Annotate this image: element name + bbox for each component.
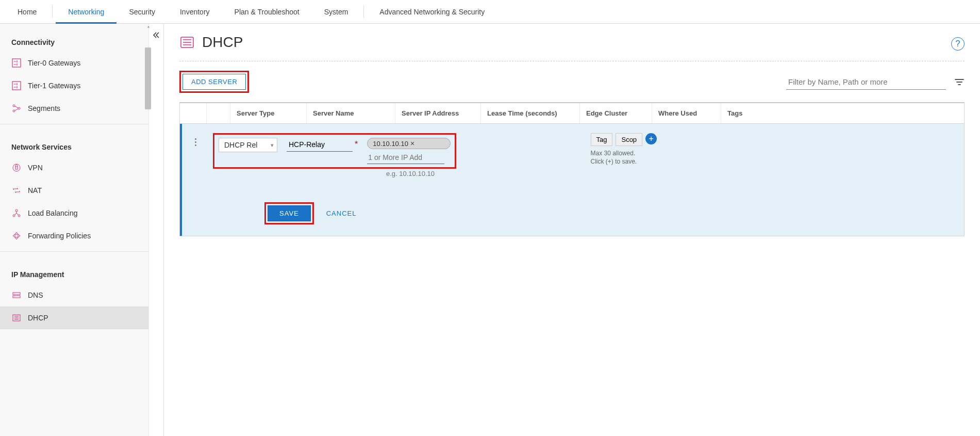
collapse-sidebar-button[interactable] [151,30,161,40]
sidebar-item-label: NAT [28,186,42,195]
dhcp-grid: Server Type Server Name Server IP Addres… [179,102,965,236]
sidebar-item-segments[interactable]: Segments [0,97,148,120]
nat-icon [11,185,22,196]
vpn-icon [11,163,22,173]
annotation-highlight: SAVE [264,202,314,224]
chip-label: 10.10.10.10 [373,140,408,148]
sidebar-item-label: Segments [28,104,60,112]
sidebar-item-dhcp[interactable]: DHCP [0,306,148,329]
dhcp-icon [11,313,22,323]
nav-inventory[interactable]: Inventory [168,0,222,23]
nav-separator [52,5,53,18]
svg-point-2 [13,105,15,107]
row-actions: SAVE CANCEL [264,202,583,224]
sidebar-item-label: Forwarding Policies [28,232,91,240]
forwarding-icon [11,231,22,241]
nav-separator [363,5,364,18]
annotation-highlight: ADD SERVER [179,71,249,93]
svg-point-5 [13,164,20,171]
sidebar-item-dns[interactable]: DNS [0,284,148,306]
toolbar: ADD SERVER [179,71,965,93]
nav-advanced[interactable]: Advanced Networking & Security [367,0,497,23]
nav-networking[interactable]: Networking [56,0,117,23]
select-value: DHCP Rel [224,141,257,149]
load-balancing-icon [11,208,22,218]
sidebar-item-label: DHCP [28,314,48,322]
svg-rect-6 [15,167,18,169]
tags-limit-note: Max 30 allowed. Click (+) to save. [591,149,647,166]
ip-chip[interactable]: 10.10.10.10 × [367,138,451,149]
nav-home[interactable]: Home [5,0,49,23]
col-edge-cluster: Edge Cluster [580,103,652,123]
sidebar-group-ip-management: IP Management [0,256,148,284]
col-menu [180,103,207,123]
col-server-type: Server Type [230,103,307,123]
scope-button[interactable]: Scop [616,133,642,146]
cancel-button[interactable]: CANCEL [326,209,357,217]
ip-address-input[interactable] [367,151,444,164]
svg-rect-10 [13,293,20,295]
row-menu-button[interactable] [186,133,205,146]
sidebar-item-vpn[interactable]: VPN [0,156,148,179]
sidebar-scrollbar[interactable] [145,47,151,109]
col-expand [207,103,230,123]
save-button[interactable]: SAVE [268,205,311,221]
top-nav: Home Networking Security Inventory Plan … [0,0,980,24]
table-row: DHCP Rel ▾ * 10.10.10.10 [180,124,964,236]
ip-hint: e.g. 10.10.10.10 [386,170,583,177]
sidebar-divider [0,124,148,124]
chevron-down-icon: ▾ [271,142,274,149]
nav-system[interactable]: System [312,0,361,23]
sidebar-item-label: DNS [28,291,43,299]
divider [179,61,965,61]
chevron-double-left-icon [152,31,160,39]
sidebar-item-label: VPN [28,164,43,172]
sidebar: Connectivity Tier-0 Gateways Tier-1 Gate… [0,24,164,436]
sidebar-divider [0,251,148,252]
gateway-icon [11,58,22,68]
segments-icon [11,103,22,114]
annotation-highlight: DHCP Rel ▾ * 10.10.10.10 [213,133,456,169]
svg-point-3 [13,110,15,112]
svg-point-13 [14,296,14,297]
gateway-icon [11,80,22,91]
sidebar-item-tier1[interactable]: Tier-1 Gateways [0,74,148,97]
sidebar-item-label: Tier-1 Gateways [28,82,80,90]
server-name-input[interactable] [287,138,353,152]
sidebar-item-nat[interactable]: NAT [0,179,148,202]
svg-point-12 [14,293,14,294]
filter-input[interactable] [786,74,946,90]
svg-rect-0 [12,59,21,67]
page-title: DHCP [202,34,243,51]
scroll-up-arrow-icon[interactable]: ˄ [147,26,150,33]
plus-icon: + [649,134,653,143]
sidebar-item-forwarding[interactable]: Forwarding Policies [0,224,148,247]
tag-button[interactable]: Tag [591,133,613,146]
grid-header: Server Type Server Name Server IP Addres… [180,103,964,124]
filter-icon[interactable] [954,77,965,87]
sidebar-item-tier0[interactable]: Tier-0 Gateways [0,52,148,74]
question-icon: ? [956,39,960,49]
server-type-select[interactable]: DHCP Rel ▾ [219,138,277,152]
page-header: DHCP ? [179,34,965,51]
sidebar-item-load-balancing[interactable]: Load Balancing [0,202,148,224]
col-server-name: Server Name [307,103,395,123]
col-tags: Tags [721,103,964,123]
sidebar-group-connectivity: Connectivity [0,24,148,52]
svg-rect-11 [13,296,20,298]
svg-point-4 [18,107,20,109]
nav-security[interactable]: Security [117,0,168,23]
sidebar-item-label: Load Balancing [28,209,78,217]
svg-rect-1 [12,82,21,90]
nav-plan-troubleshoot[interactable]: Plan & Troubleshoot [222,0,312,23]
add-tag-button[interactable]: + [645,133,657,144]
remove-chip-icon[interactable]: × [410,139,414,148]
add-server-button[interactable]: ADD SERVER [182,74,246,90]
dns-icon [11,290,22,300]
dhcp-page-icon [179,35,195,50]
main-content: DHCP ? ADD SERVER Server Type [164,24,980,436]
col-where-used: Where Used [652,103,721,123]
help-button[interactable]: ? [951,37,965,51]
required-indicator: * [355,140,358,149]
sidebar-group-network-services: Network Services [0,128,148,156]
